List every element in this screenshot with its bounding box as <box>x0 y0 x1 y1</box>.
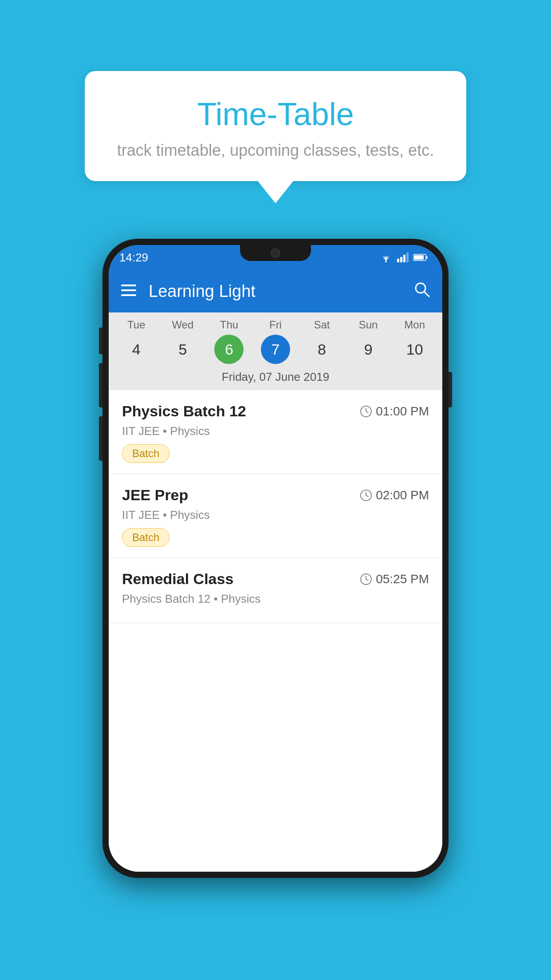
days-row: Tue4Wed5Thu6Fri7Sat8Sun9Mon10 <box>109 312 442 367</box>
schedule-item-title: JEE Prep <box>122 486 188 504</box>
day-label: Mon <box>404 319 425 331</box>
day-label: Sat <box>314 319 330 331</box>
day-number[interactable]: 5 <box>168 335 197 364</box>
schedule-item-header: JEE Prep 02:00 PM <box>122 486 429 504</box>
speech-bubble: Time-Table track timetable, upcoming cla… <box>85 71 466 181</box>
app-bar: Learning Light <box>109 270 442 312</box>
phone-screen: 14:29 <box>109 245 442 872</box>
phone-mockup: 14:29 <box>102 239 449 878</box>
volume-mute-button <box>99 328 102 354</box>
day-number[interactable]: 7 <box>261 335 290 364</box>
phone-notch <box>240 245 311 261</box>
power-button <box>449 372 452 407</box>
wifi-icon <box>379 253 393 262</box>
day-number[interactable]: 6 <box>214 335 244 364</box>
day-number[interactable]: 9 <box>354 335 383 364</box>
svg-rect-10 <box>121 294 136 296</box>
signal-icon <box>397 253 409 262</box>
day-column[interactable]: Sun9 <box>349 319 388 364</box>
speech-bubble-wrapper: Time-Table track timetable, upcoming cla… <box>85 71 466 203</box>
speech-bubble-arrow <box>258 181 293 203</box>
day-column[interactable]: Sat8 <box>303 319 342 364</box>
day-column[interactable]: Tue4 <box>117 319 156 364</box>
svg-line-21 <box>366 579 368 581</box>
selected-date-label: Friday, 07 June 2019 <box>109 367 442 390</box>
schedule-item-title: Remedial Class <box>122 570 233 588</box>
schedule-list: Physics Batch 12 01:00 PMIIT JEE • Physi… <box>109 390 442 872</box>
status-icons <box>379 253 428 262</box>
schedule-item-time: 02:00 PM <box>360 488 429 502</box>
svg-line-15 <box>366 411 368 413</box>
svg-rect-2 <box>400 257 402 262</box>
status-time: 14:29 <box>119 251 148 265</box>
svg-point-0 <box>385 261 387 262</box>
day-column[interactable]: Fri7 <box>256 319 295 364</box>
volume-up-button <box>99 363 102 407</box>
clock-icon <box>360 489 372 502</box>
day-number[interactable]: 10 <box>400 335 429 364</box>
svg-rect-6 <box>426 256 428 259</box>
clock-icon <box>360 573 372 585</box>
schedule-item-time: 01:00 PM <box>360 404 429 419</box>
schedule-item-time: 05:25 PM <box>360 572 429 586</box>
speech-bubble-subtitle: track timetable, upcoming classes, tests… <box>111 141 440 160</box>
schedule-item[interactable]: Remedial Class 05:25 PMPhysics Batch 12 … <box>109 558 442 623</box>
volume-down-button <box>99 416 102 461</box>
schedule-item-subtitle: Physics Batch 12 • Physics <box>122 592 429 606</box>
batch-badge: Batch <box>122 444 169 463</box>
front-camera <box>271 248 280 258</box>
schedule-item-subtitle: IIT JEE • Physics <box>122 508 429 522</box>
svg-line-12 <box>424 292 429 296</box>
day-number[interactable]: 8 <box>307 335 337 364</box>
search-icon[interactable] <box>414 281 430 301</box>
schedule-item-header: Physics Batch 12 01:00 PM <box>122 403 429 420</box>
day-column[interactable]: Wed5 <box>163 319 202 364</box>
svg-rect-9 <box>121 289 136 291</box>
schedule-item[interactable]: Physics Batch 12 01:00 PMIIT JEE • Physi… <box>109 390 442 474</box>
app-title: Learning Light <box>149 282 414 301</box>
schedule-item-subtitle: IIT JEE • Physics <box>122 424 429 438</box>
speech-bubble-title: Time-Table <box>111 96 440 132</box>
day-label: Sun <box>359 319 378 331</box>
day-column[interactable]: Thu6 <box>209 319 248 364</box>
svg-line-18 <box>366 495 368 497</box>
svg-rect-3 <box>403 255 405 262</box>
day-number[interactable]: 4 <box>122 335 151 364</box>
battery-icon <box>413 253 428 261</box>
day-label: Thu <box>220 319 238 331</box>
phone-outer: 14:29 <box>102 239 449 878</box>
hamburger-icon[interactable] <box>121 284 136 298</box>
day-label: Tue <box>127 319 145 331</box>
schedule-item-header: Remedial Class 05:25 PM <box>122 570 429 588</box>
schedule-item-title: Physics Batch 12 <box>122 403 246 420</box>
svg-rect-1 <box>397 259 399 262</box>
svg-rect-4 <box>406 253 409 262</box>
calendar-strip: Tue4Wed5Thu6Fri7Sat8Sun9Mon10 Friday, 07… <box>109 312 442 390</box>
svg-rect-7 <box>414 255 424 260</box>
day-label: Wed <box>172 319 193 331</box>
day-column[interactable]: Mon10 <box>395 319 434 364</box>
day-label: Fri <box>269 319 282 331</box>
batch-badge: Batch <box>122 528 169 547</box>
schedule-item[interactable]: JEE Prep 02:00 PMIIT JEE • PhysicsBatch <box>109 474 442 558</box>
clock-icon <box>360 405 372 418</box>
svg-rect-8 <box>121 285 136 286</box>
